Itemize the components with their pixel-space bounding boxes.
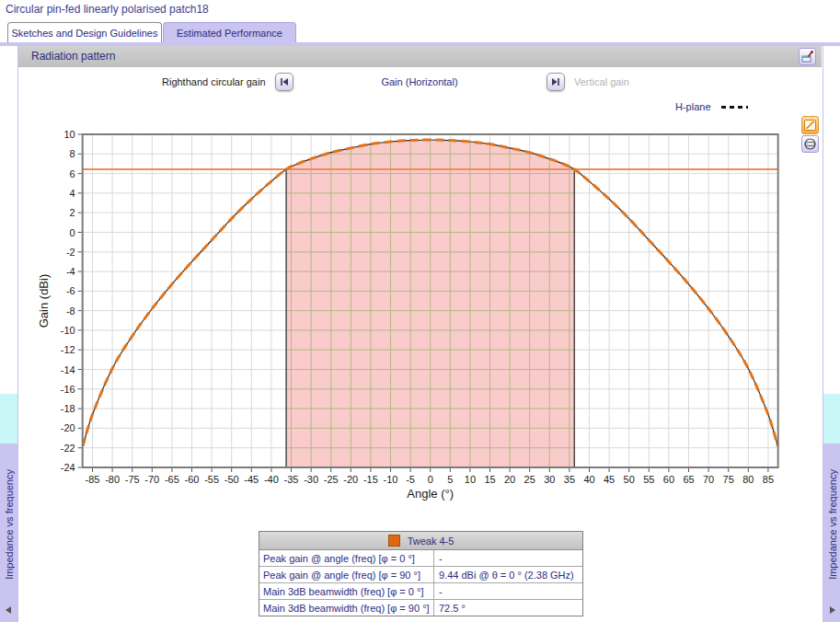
svg-text:20: 20 xyxy=(504,474,515,485)
results-table-header: Tweak 4-5 xyxy=(259,532,582,550)
next-arrow-icon xyxy=(547,74,564,90)
svg-text:-40: -40 xyxy=(264,474,279,485)
svg-text:-60: -60 xyxy=(185,474,200,485)
collapse-arrow-left-icon xyxy=(6,606,11,614)
svg-text:70: 70 xyxy=(703,474,714,485)
svg-text:-30: -30 xyxy=(304,474,318,485)
row-value: - xyxy=(434,586,582,597)
3d-pattern-icon xyxy=(802,136,818,152)
document-title: Circular pin-fed linearly polarised patc… xyxy=(6,3,209,16)
next-pattern-label: Vertical gain xyxy=(574,76,629,87)
row-value: 72.5 ° xyxy=(434,603,582,614)
application-window: Circular pin-fed linearly polarised patc… xyxy=(0,0,840,622)
svg-text:-50: -50 xyxy=(224,474,239,485)
svg-text:-12: -12 xyxy=(61,344,75,355)
legend-dash-sample xyxy=(721,106,748,109)
view-2d-plot-button[interactable] xyxy=(801,116,819,134)
tab-sketches-and-design-guidelines[interactable]: Sketches and Design Guidelines xyxy=(7,22,162,43)
right-side-tab-label: Impedance vs frequency xyxy=(827,469,838,580)
svg-text:-25: -25 xyxy=(324,474,339,485)
svg-text:0: 0 xyxy=(428,474,433,485)
svg-text:5: 5 xyxy=(447,474,453,485)
left-strip-accent xyxy=(0,394,17,443)
right-strip-accent xyxy=(823,394,840,443)
prev-pattern-label: Righthand circular gain xyxy=(162,76,266,87)
svg-text:2: 2 xyxy=(70,207,75,218)
svg-text:80: 80 xyxy=(742,474,754,485)
row-label: Peak gain @ angle (freq) [φ = 90 °] xyxy=(259,567,434,582)
collapse-arrow-right-icon xyxy=(830,606,835,614)
svg-text:-20: -20 xyxy=(343,474,358,485)
grid-in-region xyxy=(83,134,778,467)
tweak-name: Tweak 4-5 xyxy=(408,536,455,547)
sidebar-tab-impedance-vs-frequency-right[interactable]: Impedance vs frequency xyxy=(823,443,840,622)
current-pattern-label: Gain (Horizontal) xyxy=(346,76,493,87)
svg-text:-2: -2 xyxy=(66,247,75,258)
svg-text:-75: -75 xyxy=(125,474,140,485)
panel-title: Radiation pattern xyxy=(31,50,115,63)
row-value: - xyxy=(434,553,582,564)
svg-text:-8: -8 xyxy=(66,305,75,317)
svg-text:10: 10 xyxy=(63,129,75,140)
table-row: Peak gain @ angle (freq) [φ = 0 °]- xyxy=(259,550,582,567)
view-3d-pattern-button[interactable] xyxy=(801,135,819,153)
svg-text:-70: -70 xyxy=(144,474,159,485)
svg-text:4: 4 xyxy=(70,188,75,199)
svg-text:10: 10 xyxy=(465,474,476,485)
row-label: Peak gain @ angle (freq) [φ = 0 °] xyxy=(259,550,434,566)
svg-text:0: 0 xyxy=(70,227,75,238)
svg-text:-14: -14 xyxy=(61,364,75,375)
row-value: 9.44 dBi @ θ = 0 ° (2.38 GHz) xyxy=(434,570,582,581)
2d-plot-icon xyxy=(802,117,818,133)
svg-text:-65: -65 xyxy=(165,474,179,485)
x-axis-label: Angle (°) xyxy=(407,487,454,501)
tab-estimated-performance[interactable]: Estimated Performance xyxy=(163,22,296,43)
svg-text:40: 40 xyxy=(583,474,594,485)
svg-text:6: 6 xyxy=(70,168,75,179)
svg-text:-55: -55 xyxy=(204,474,219,485)
next-pattern-button[interactable] xyxy=(547,73,565,91)
svg-text:-10: -10 xyxy=(61,325,75,336)
popout-window-icon[interactable] xyxy=(799,48,816,65)
table-row: Peak gain @ angle (freq) [φ = 90 °]9.44 … xyxy=(259,567,582,583)
svg-text:-20: -20 xyxy=(61,422,75,433)
svg-text:-18: -18 xyxy=(61,403,75,414)
svg-text:25: 25 xyxy=(524,474,535,485)
left-side-strip: Impedance vs frequency xyxy=(0,46,18,622)
left-side-tab-label: Impedance vs frequency xyxy=(4,469,15,580)
svg-text:-22: -22 xyxy=(61,443,75,454)
svg-text:-80: -80 xyxy=(105,474,120,485)
results-table: Tweak 4-5 Peak gain @ angle (freq) [φ = … xyxy=(259,531,583,616)
svg-text:85: 85 xyxy=(763,474,774,485)
radiation-pattern-header: Radiation pattern xyxy=(18,46,822,67)
svg-text:35: 35 xyxy=(564,474,575,485)
svg-text:-15: -15 xyxy=(363,474,378,485)
tweak-color-swatch xyxy=(388,535,400,547)
svg-text:15: 15 xyxy=(484,474,495,485)
popout-glyph xyxy=(800,49,815,64)
table-row: Main 3dB beamwidth (freq) [φ = 90 °]72.5… xyxy=(259,600,582,616)
prev-pattern-button[interactable] xyxy=(275,73,293,91)
sidebar-tab-impedance-vs-frequency-left[interactable]: Impedance vs frequency xyxy=(0,443,17,622)
svg-text:-6: -6 xyxy=(66,285,75,296)
svg-text:45: 45 xyxy=(604,474,615,485)
y-axis-label: Gain (dBi) xyxy=(37,274,51,328)
svg-text:60: 60 xyxy=(663,474,674,485)
prev-arrow-icon xyxy=(276,74,293,90)
row-label: Main 3dB beamwidth (freq) [φ = 90 °] xyxy=(259,600,434,616)
svg-text:-35: -35 xyxy=(284,474,299,485)
svg-text:-24: -24 xyxy=(61,462,75,473)
svg-text:-10: -10 xyxy=(384,474,398,485)
svg-text:75: 75 xyxy=(723,474,734,485)
table-row: Main 3dB beamwidth (freq) [φ = 0 °]- xyxy=(259,583,582,600)
svg-text:50: 50 xyxy=(624,474,635,485)
legend-hplane-label: H-plane xyxy=(675,101,711,112)
svg-text:30: 30 xyxy=(544,474,555,485)
svg-text:65: 65 xyxy=(683,474,694,485)
svg-text:-45: -45 xyxy=(244,474,259,485)
radiation-pattern-chart: -85-80-75-70-65-60-55-50-45-40-35-30-25-… xyxy=(28,122,796,509)
svg-text:-16: -16 xyxy=(61,384,75,395)
row-label: Main 3dB beamwidth (freq) [φ = 0 °] xyxy=(259,583,434,599)
right-side-strip: Impedance vs frequency xyxy=(823,46,840,622)
svg-text:55: 55 xyxy=(643,474,654,485)
